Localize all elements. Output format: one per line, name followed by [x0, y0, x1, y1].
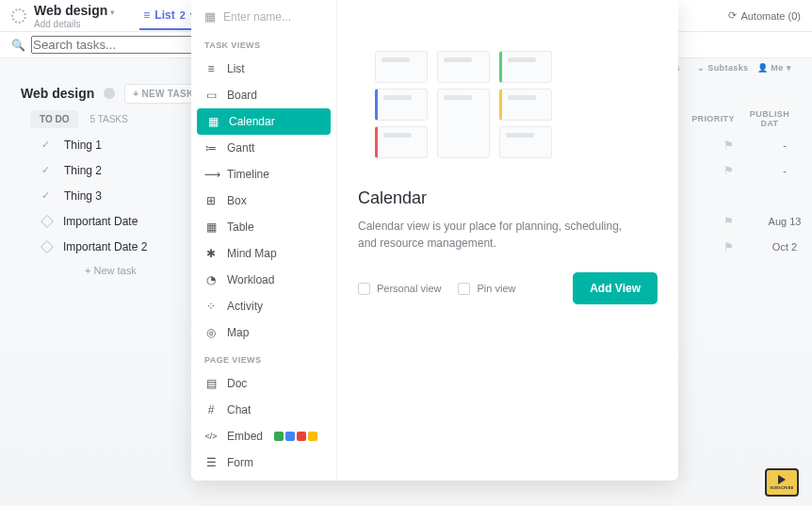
column-priority[interactable]: PRIORITY	[684, 114, 742, 123]
flag-icon[interactable]: ⚑	[699, 164, 757, 177]
task-name: Important Date 2	[63, 240, 147, 253]
view-item-mindmap[interactable]: ✱Mind Map	[191, 240, 336, 267]
box-icon: ⊞	[204, 194, 218, 207]
flag-icon[interactable]: ⚑	[699, 215, 757, 228]
space-avatar-icon	[11, 8, 26, 24]
preview-description: Calendar view is your place for planning…	[358, 218, 641, 252]
column-publish-date[interactable]: PUBLISH DAT	[742, 109, 797, 128]
milestone-icon	[41, 214, 54, 227]
calendar-icon: ▦	[206, 115, 219, 128]
embed-icon: </>	[204, 432, 218, 441]
space-header[interactable]: Web design▾ Add details	[34, 3, 115, 29]
embed-badges	[274, 432, 317, 441]
gantt-icon: ≔	[204, 141, 218, 155]
chevron-down-icon: ▾	[110, 8, 115, 17]
view-item-form[interactable]: ☰Form	[191, 449, 336, 476]
personal-view-checkbox[interactable]: Personal view	[358, 283, 441, 295]
play-icon	[778, 475, 786, 484]
task-date[interactable]: -	[757, 139, 812, 151]
view-tab-count: 2	[180, 9, 186, 21]
activity-icon: ⁘	[204, 300, 218, 313]
table-icon: ▦	[204, 220, 218, 234]
pin-view-checkbox[interactable]: Pin view	[458, 283, 515, 295]
view-name-input[interactable]	[223, 10, 323, 24]
section-page-views: PAGE VIEWS	[191, 346, 336, 370]
form-icon: ☰	[204, 456, 218, 469]
task-name: Thing 2	[64, 164, 102, 177]
view-item-table[interactable]: ▦Table	[191, 214, 336, 240]
add-view-button[interactable]: Add View	[573, 272, 658, 304]
checkbox-icon	[358, 283, 370, 295]
map-icon: ◎	[204, 326, 218, 339]
view-item-doc[interactable]: ▤Doc	[191, 370, 336, 397]
checkbox-icon	[458, 283, 470, 295]
space-title: Web design	[34, 3, 107, 18]
space-subtitle[interactable]: Add details	[34, 19, 115, 29]
view-search: ▦	[191, 9, 336, 31]
mindmap-icon: ✱	[204, 247, 218, 260]
task-name: Important Date	[63, 215, 138, 228]
top-bar-right: ⟳ Automate (0)	[728, 9, 801, 22]
view-tab-label: List	[154, 8, 174, 22]
search-input[interactable]	[31, 36, 194, 54]
task-name: Thing 3	[64, 189, 102, 203]
check-icon: ✓	[41, 139, 55, 151]
view-item-map[interactable]: ◎Map	[191, 319, 336, 346]
view-item-board[interactable]: ▭Board	[191, 82, 336, 108]
task-date[interactable]: -	[757, 165, 812, 176]
subscribe-label: SUBSCRIBE	[770, 485, 793, 490]
chat-icon: #	[204, 403, 218, 416]
view-item-timeline[interactable]: ⟶Timeline	[191, 161, 336, 188]
board-icon: ▭	[204, 89, 218, 102]
view-item-workload[interactable]: ◔Workload	[191, 267, 336, 293]
calendar-icon: ▦	[204, 9, 216, 24]
preview-footer: Personal view Pin view Add View	[358, 272, 658, 304]
status-pill-todo[interactable]: TO DO	[30, 110, 78, 128]
list-icon: ≡	[143, 8, 150, 22]
automate-button[interactable]: ⟳ Automate (0)	[728, 9, 801, 22]
milestone-icon	[41, 239, 54, 253]
flag-icon[interactable]: ⚑	[699, 240, 757, 253]
column-subtasks[interactable]: ⌄ Subtasks	[697, 63, 757, 73]
workload-icon: ◔	[204, 273, 218, 286]
subscribe-badge[interactable]: SUBSCRIBE	[765, 468, 799, 497]
view-switcher-panel: ▦ TASK VIEWS ≡List ▭Board ▦Calendar ≔Gan…	[191, 0, 678, 481]
list-icon: ≡	[204, 62, 218, 75]
check-icon: ✓	[41, 164, 55, 176]
view-list-sidebar: ▦ TASK VIEWS ≡List ▭Board ▦Calendar ≔Gan…	[191, 0, 337, 481]
check-icon: ✓	[41, 189, 55, 202]
task-name: Thing 1	[64, 139, 102, 152]
search-icon: 🔍	[11, 39, 25, 52]
task-date[interactable]: Oct 2	[757, 241, 812, 253]
view-item-gantt[interactable]: ≔Gantt	[191, 135, 336, 161]
view-item-chat[interactable]: #Chat	[191, 397, 336, 423]
section-task-views: TASK VIEWS	[191, 31, 336, 56]
view-item-embed[interactable]: </> Embed	[191, 423, 336, 449]
list-title: Web design	[21, 86, 94, 101]
info-icon[interactable]	[104, 88, 115, 99]
calendar-preview	[358, 51, 658, 158]
timeline-icon: ⟶	[204, 168, 218, 181]
view-item-calendar[interactable]: ▦Calendar	[197, 108, 331, 135]
view-item-list[interactable]: ≡List	[191, 56, 336, 82]
task-date[interactable]: Aug 13	[757, 216, 812, 227]
column-me[interactable]: 👤 Me ▾	[757, 63, 797, 73]
view-preview-pane: Calendar Calendar view is your place for…	[337, 0, 678, 481]
task-count: 5 TASKS	[89, 114, 127, 124]
view-item-activity[interactable]: ⁘Activity	[191, 293, 336, 319]
doc-icon: ▤	[204, 377, 218, 390]
preview-title: Calendar	[358, 188, 658, 208]
flag-icon[interactable]: ⚑	[699, 139, 757, 152]
view-item-box[interactable]: ⊞Box	[191, 188, 336, 214]
